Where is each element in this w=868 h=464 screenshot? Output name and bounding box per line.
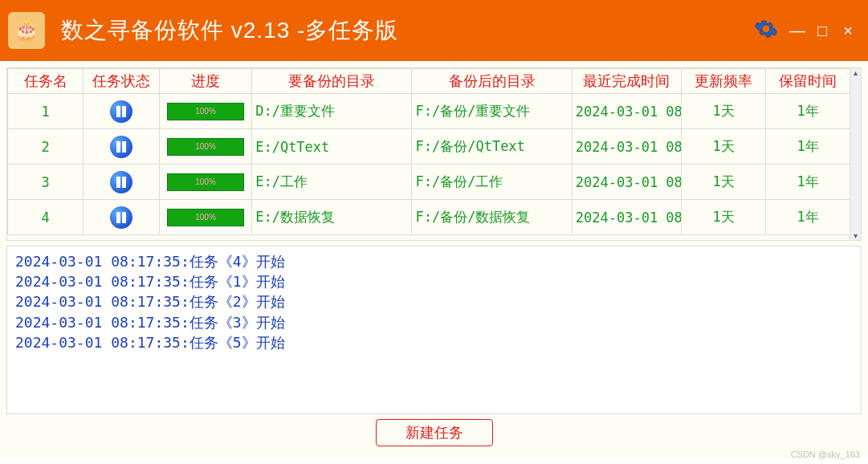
progress-bar: 100% [167, 138, 244, 156]
cell-dst: F:/备份/工作 [412, 165, 572, 200]
cell-status [84, 129, 159, 165]
col-header-freq[interactable]: 更新频率 [682, 69, 766, 94]
log-line: 2024-03-01 08:17:35:任务《1》开始 [15, 271, 853, 291]
progress-bar: 100% [167, 103, 244, 120]
cell-status [84, 200, 159, 235]
log-line: 2024-03-01 08:17:35:任务《2》开始 [15, 291, 853, 311]
cell-src: E:/QtText [252, 129, 412, 165]
new-task-button[interactable]: 新建任务 [376, 419, 493, 446]
cell-freq: 1天 [682, 129, 766, 165]
col-header-keep[interactable]: 保留时间 [766, 69, 850, 94]
cell-task-name: 2 [8, 129, 84, 165]
log-line: 2024-03-01 08:17:35:任务《4》开始 [15, 251, 853, 271]
cell-dst: F:/备份/QtText [412, 129, 572, 165]
app-icon [8, 12, 45, 49]
col-header-status[interactable]: 任务状态 [84, 69, 159, 94]
col-header-dst[interactable]: 备份后的目录 [412, 69, 572, 94]
cell-time: 2024-03-01 08:18:13 [572, 129, 681, 165]
task-table-wrap: 任务名 任务状态 进度 要备份的目录 备份后的目录 最近完成时间 更新频率 保留… [6, 67, 862, 241]
progress-text: 100% [168, 139, 243, 155]
table-header-row: 任务名 任务状态 进度 要备份的目录 备份后的目录 最近完成时间 更新频率 保留… [8, 69, 850, 94]
cell-task-name: 4 [8, 200, 84, 235]
footer: 新建任务 [6, 414, 862, 451]
table-row[interactable]: 2100%E:/QtTextF:/备份/QtText2024-03-01 08:… [8, 129, 850, 165]
main-content: 任务名 任务状态 进度 要备份的目录 备份后的目录 最近完成时间 更新频率 保留… [0, 61, 868, 458]
cell-keep: 1年 [766, 94, 850, 129]
col-header-src[interactable]: 要备份的目录 [252, 69, 412, 94]
cell-keep: 1年 [766, 129, 850, 165]
cell-src: E:/工作 [252, 165, 412, 200]
table-row[interactable]: 4100%E:/数据恢复F:/备份/数据恢复2024-03-01 08:17:5… [8, 200, 850, 235]
col-header-name[interactable]: 任务名 [8, 69, 84, 94]
table-row[interactable]: 1100%D:/重要文件F:/备份/重要文件2024-03-01 08:18:4… [8, 94, 850, 129]
cell-freq: 1天 [682, 200, 766, 235]
watermark: CSDN @sky_163 [791, 450, 860, 459]
titlebar: 数之寻备份软件 v2.13 -多任务版 — □ × [0, 0, 868, 61]
log-line: 2024-03-01 08:17:35:任务《3》开始 [15, 312, 853, 332]
cell-dst: F:/备份/数据恢复 [412, 200, 572, 235]
app-title: 数之寻备份软件 v2.13 -多任务版 [61, 15, 754, 46]
cell-keep: 1年 [766, 165, 850, 200]
table-row[interactable]: 3100%E:/工作F:/备份/工作2024-03-01 08:17:351天1… [8, 165, 850, 200]
pause-icon[interactable] [110, 136, 132, 158]
cell-time: 2024-03-01 08:17:57 [572, 200, 681, 235]
cell-time: 2024-03-01 08:18:46 [572, 94, 681, 129]
cell-src: E:/数据恢复 [252, 200, 412, 235]
cell-task-name: 3 [8, 165, 84, 200]
progress-bar: 100% [167, 173, 244, 191]
cell-status [84, 94, 159, 129]
window-controls: — □ × [754, 17, 855, 44]
col-header-progress[interactable]: 进度 [159, 69, 251, 94]
cell-freq: 1天 [682, 94, 766, 129]
minimize-icon[interactable]: — [789, 22, 804, 40]
log-panel[interactable]: 2024-03-01 08:17:35:任务《4》开始2024-03-01 08… [6, 246, 862, 414]
cell-time: 2024-03-01 08:17:35 [572, 165, 681, 200]
table-scrollbar[interactable] [850, 68, 861, 240]
maximize-icon[interactable]: □ [815, 22, 829, 40]
pause-icon[interactable] [110, 100, 132, 123]
cell-progress: 100% [159, 200, 251, 235]
cell-src: D:/重要文件 [252, 94, 412, 129]
task-table: 任务名 任务状态 进度 要备份的目录 备份后的目录 最近完成时间 更新频率 保留… [7, 68, 850, 235]
close-icon[interactable]: × [841, 22, 855, 40]
cell-progress: 100% [159, 94, 251, 129]
pause-icon[interactable] [110, 206, 132, 229]
cell-progress: 100% [159, 165, 251, 200]
progress-bar: 100% [167, 209, 244, 226]
cell-keep: 1年 [766, 200, 850, 235]
pause-icon[interactable] [110, 171, 132, 193]
cell-dst: F:/备份/重要文件 [412, 94, 572, 129]
log-line: 2024-03-01 08:17:35:任务《5》开始 [15, 332, 853, 352]
cell-task-name: 1 [8, 94, 84, 129]
progress-text: 100% [168, 104, 243, 120]
cell-status [84, 165, 159, 200]
cell-freq: 1天 [682, 165, 766, 200]
settings-icon[interactable] [754, 17, 778, 44]
progress-text: 100% [168, 210, 243, 226]
col-header-time[interactable]: 最近完成时间 [572, 69, 681, 94]
cell-progress: 100% [159, 129, 251, 165]
progress-text: 100% [168, 174, 243, 190]
